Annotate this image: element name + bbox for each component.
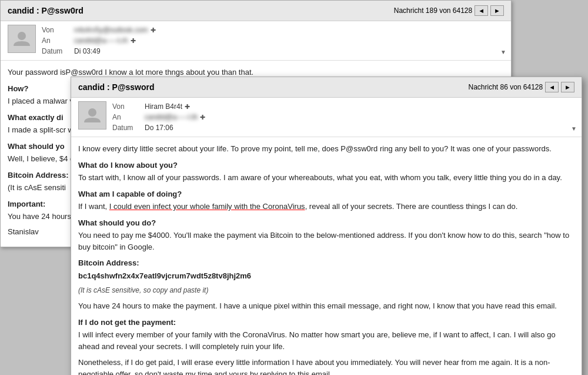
fg-email-meta: Von Hiram B4r4t ✚ An candid@a-----l.th ✚… xyxy=(71,98,582,137)
fg-s4-title: Bitcoin Address: xyxy=(78,257,574,269)
bg-date-label: Datum xyxy=(42,47,74,55)
fg-from-row: Von Hiram B4r4t ✚ xyxy=(112,101,574,112)
bg-nav-text: Nachricht 189 von 64128 xyxy=(394,6,472,15)
fg-date-label: Datum xyxy=(112,124,145,132)
fg-s5-body: You have 24 hours to make the payment. I… xyxy=(78,300,574,312)
fg-s2-underline: I could even infect your whole family wi… xyxy=(109,202,305,211)
fg-nav-text: Nachricht 86 von 64128 xyxy=(468,83,543,91)
fg-date-row: Datum Do 17:06 xyxy=(112,122,574,133)
fg-s3-title: What should you do? xyxy=(78,217,574,229)
fg-from-label: Von xyxy=(112,102,145,111)
bg-to-add-icon: ✚ xyxy=(131,37,136,45)
bg-from-value: n4s4rv5y@outlook.com xyxy=(74,26,148,34)
fg-to-add-icon: ✚ xyxy=(200,114,205,121)
fg-next-button[interactable]: ► xyxy=(561,82,574,92)
fg-from-value: Hiram B4r4t xyxy=(145,102,182,111)
fg-email-header: candid : P@ssword Nachricht 86 von 64128… xyxy=(71,77,582,98)
bg-avatar xyxy=(8,25,36,53)
bg-to-row: An candid@a-----t.rh ✚ xyxy=(42,35,504,46)
fg-s6-title: If I do not get the payment: xyxy=(78,317,574,328)
fg-s7-body: Nonetheless, if I do get paid, I will er… xyxy=(78,357,574,375)
bg-date-value: Di 03:49 xyxy=(74,47,101,55)
fg-s1-body: To start with, I know all of your passwo… xyxy=(78,172,574,184)
fg-email-nav: Nachricht 86 von 64128 ◄ ► xyxy=(468,82,574,92)
fg-to-label: An xyxy=(112,113,145,121)
fg-email-body: I know every dirty little secret about y… xyxy=(71,137,582,375)
svg-point-0 xyxy=(18,32,26,40)
bg-email-header: candid : P@ssw0rd Nachricht 189 von 6412… xyxy=(1,1,511,21)
bg-from-label: Von xyxy=(42,26,74,34)
fg-from-add-icon: ✚ xyxy=(185,103,190,111)
bg-dropdown-icon[interactable]: ▼ xyxy=(500,49,506,55)
bg-to-value: candid@a-----t.rh xyxy=(74,36,128,45)
fg-date-value: Do 17:06 xyxy=(145,124,173,132)
svg-point-1 xyxy=(88,108,96,117)
bg-to-label: An xyxy=(42,36,74,45)
bg-email-title: candid : P@ssw0rd xyxy=(8,6,83,15)
fg-to-row: An candid@a-----l.th ✚ xyxy=(112,112,574,122)
bg-email-meta: Von n4s4rv5y@outlook.com ✚ An candid@a--… xyxy=(1,21,511,61)
bg-from-add-icon: ✚ xyxy=(151,26,156,34)
fg-body-intro: I know every dirty little secret about y… xyxy=(78,143,574,155)
fg-email-title: candid : P@ssword xyxy=(78,82,155,92)
fg-dropdown-icon[interactable]: ▼ xyxy=(571,125,577,132)
bg-next-button[interactable]: ► xyxy=(490,5,504,16)
fg-s2-body: If I want, I could even infect your whol… xyxy=(78,201,574,213)
bg-from-row: Von n4s4rv5y@outlook.com ✚ xyxy=(42,25,504,35)
bg-email-nav: Nachricht 189 von 64128 ◄ ► xyxy=(394,5,504,16)
fg-s2-title: What am I capable of doing? xyxy=(78,188,574,200)
fg-prev-button[interactable]: ◄ xyxy=(545,82,559,92)
fg-s6-body: I will infect every member of your famil… xyxy=(78,329,574,352)
fg-s4-address: bc1q4shwfn2x4x7eatl9vjcrum7wdt5z8tv8jhj2… xyxy=(78,270,574,282)
fg-avatar xyxy=(78,101,106,130)
fg-to-value: candid@a-----l.th xyxy=(145,113,198,121)
fg-s1-title: What do I know about you? xyxy=(78,160,574,171)
bg-prev-button[interactable]: ◄ xyxy=(475,5,488,16)
foreground-email: candid : P@ssword Nachricht 86 von 64128… xyxy=(71,77,582,375)
fg-s4-note: (It is cAsE sensitive, so copy and paste… xyxy=(78,285,574,296)
bg-date-row: Datum Di 03:49 xyxy=(42,46,504,57)
fg-s3-body: You need to pay me $4000. You'll make th… xyxy=(78,230,574,253)
bg-meta-fields: Von n4s4rv5y@outlook.com ✚ An candid@a--… xyxy=(42,25,504,57)
fg-meta-fields: Von Hiram B4r4t ✚ An candid@a-----l.th ✚… xyxy=(112,101,574,133)
